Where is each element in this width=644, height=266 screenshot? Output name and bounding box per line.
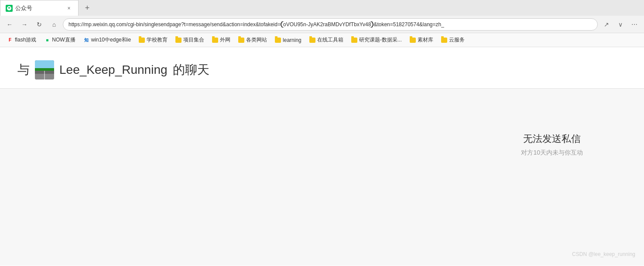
new-tab-button[interactable]: + <box>80 1 94 15</box>
flash-icon: F <box>7 37 13 43</box>
bookmark-research[interactable]: 研究课题-数据采... <box>348 35 405 45</box>
bookmark-learning-label: learning <box>283 37 301 43</box>
url-text: https://mp.weixin.qq.com/cgi-bin/singles… <box>69 21 444 28</box>
active-tab[interactable]: 公众号 × <box>0 0 79 16</box>
chat-body: 无法发送私信 对方10天内未与你互动 <box>0 89 644 266</box>
cannot-send-title: 无法发送私信 <box>523 132 581 145</box>
watermark: CSDN @lee_keep_running <box>572 251 635 257</box>
folder-icon-learning <box>275 38 281 43</box>
bookmark-flash[interactable]: F flash游戏 <box>3 35 40 45</box>
avatar-image <box>35 60 54 79</box>
url-bar[interactable]: https://mp.weixin.qq.com/cgi-bin/singles… <box>63 18 598 31</box>
chevron-down-button[interactable]: ∨ <box>614 18 627 31</box>
bookmark-win10-label: win10中edge和ie <box>91 36 131 44</box>
bookmark-now[interactable]: ■ NOW直播 <box>41 35 79 45</box>
folder-icon-research <box>351 38 357 43</box>
bookmark-materials[interactable]: 素材库 <box>406 35 437 45</box>
share-button[interactable]: ↗ <box>600 18 613 31</box>
refresh-button[interactable]: ↻ <box>33 18 45 31</box>
bookmark-web-label: 外网 <box>220 36 230 44</box>
folder-icon-cloud <box>441 38 447 43</box>
folder-icon-various <box>238 38 244 43</box>
url-suffix: &token=518270574&lang=zh_ <box>373 21 444 28</box>
url-prefix: https://mp.weixin.qq.com/cgi-bin/singles… <box>69 21 281 28</box>
chat-avatar <box>35 60 54 79</box>
bookmark-tools[interactable]: 在线工具箱 <box>306 35 347 45</box>
browser-frame: 公众号 × + ← → ↻ ⌂ https://mp.weixin.qq.com… <box>0 0 644 47</box>
bookmark-web[interactable]: 外网 <box>209 35 234 45</box>
cannot-send-desc: 对方10天内未与你互动 <box>521 149 583 157</box>
folder-icon-school <box>139 38 145 43</box>
bookmark-school-label: 学校教育 <box>147 36 168 44</box>
bookmark-learning[interactable]: learning <box>271 36 305 45</box>
chat-header: 与 Lee_Keep_Running 的聊天 <box>0 47 644 89</box>
tab-title: 公众号 <box>15 4 32 12</box>
bookmark-research-label: 研究课题-数据采... <box>359 36 402 44</box>
url-highlighted-segment: oVOU95n-JyAK2raBMDvYDfTbxYv48 <box>281 21 373 28</box>
bookmark-tools-label: 在线工具箱 <box>317 36 343 44</box>
bookmark-projects-label: 项目集合 <box>183 36 204 44</box>
chat-suffix: 的聊天 <box>173 62 209 78</box>
bookmark-materials-label: 素材库 <box>418 36 433 44</box>
folder-icon-tools <box>309 38 315 43</box>
page-content: 与 Lee_Keep_Running 的聊天 无法发送私信 对方10天内未与你互… <box>0 47 644 266</box>
tab-bar: 公众号 × + <box>0 0 644 16</box>
folder-icon-projects <box>175 38 182 43</box>
bookmark-school[interactable]: 学校教育 <box>135 35 171 45</box>
bookmark-win10[interactable]: 知 win10中edge和ie <box>80 35 134 45</box>
cannot-send-box: 无法发送私信 对方10天内未与你互动 <box>521 132 583 157</box>
bookmark-cloud[interactable]: 云服务 <box>438 35 468 45</box>
tab-close-button[interactable]: × <box>65 4 73 12</box>
forward-button[interactable]: → <box>18 18 31 31</box>
chat-prefix: 与 <box>17 62 30 78</box>
zhi-icon: 知 <box>83 37 89 43</box>
bookmark-projects[interactable]: 项目集合 <box>172 35 208 45</box>
address-bar: ← → ↻ ⌂ https://mp.weixin.qq.com/cgi-bin… <box>0 16 644 33</box>
bookmark-various[interactable]: 各类网站 <box>235 35 271 45</box>
folder-icon-materials <box>410 38 416 43</box>
now-icon: ■ <box>44 37 50 43</box>
tab-favicon <box>6 5 13 12</box>
bookmarks-bar: F flash游戏 ■ NOW直播 知 win10中edge和ie 学校教育 项… <box>0 33 644 47</box>
more-button[interactable]: ⋯ <box>628 18 641 31</box>
bookmark-various-label: 各类网站 <box>246 36 267 44</box>
folder-icon-web <box>212 38 218 43</box>
chat-name: Lee_Keep_Running <box>59 63 168 77</box>
chat-title: 与 Lee_Keep_Running 的聊天 <box>17 60 627 79</box>
back-button[interactable]: ← <box>3 18 16 31</box>
home-button[interactable]: ⌂ <box>48 18 60 31</box>
address-actions: ↗ ∨ ⋯ <box>600 18 641 31</box>
bookmark-now-label: NOW直播 <box>52 36 75 44</box>
bookmark-flash-label: flash游戏 <box>15 36 36 44</box>
bookmark-cloud-label: 云服务 <box>449 36 465 44</box>
